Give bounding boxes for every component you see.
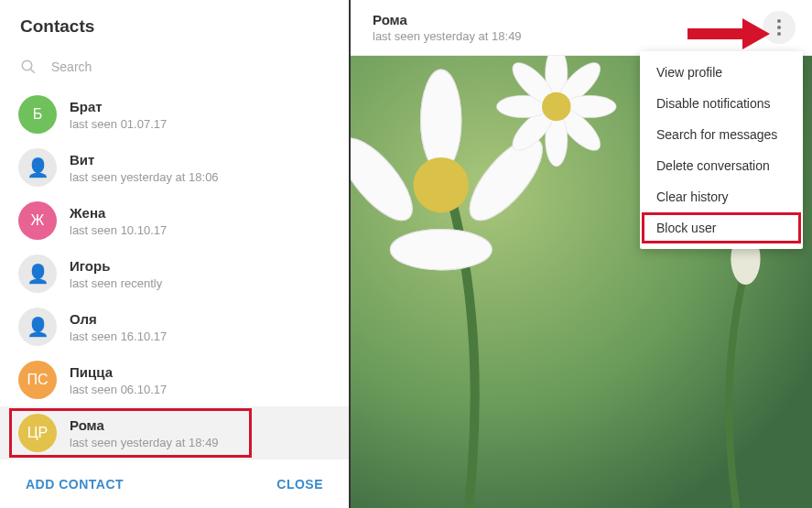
menu-item[interactable]: Disable notifications: [640, 88, 803, 119]
contact-name: Рома: [70, 417, 219, 434]
svg-point-2: [777, 19, 781, 23]
contact-status: last seen 10.10.17: [70, 223, 167, 237]
avatar: 👤: [18, 148, 57, 187]
avatar: ЦР: [18, 414, 57, 452]
search-input[interactable]: [51, 59, 329, 74]
search-row[interactable]: [0, 51, 349, 88]
contact-item[interactable]: 👤Оляlast seen 16.10.17: [0, 300, 349, 353]
add-contact-button[interactable]: ADD CONTACT: [26, 477, 124, 492]
search-icon: [20, 59, 37, 75]
svg-point-12: [390, 230, 492, 270]
contact-item[interactable]: 👤Игорьlast seen recently: [0, 247, 349, 300]
svg-point-4: [777, 32, 781, 36]
menu-item[interactable]: Search for messages: [640, 119, 803, 150]
svg-point-10: [421, 70, 461, 171]
menu-item[interactable]: View profile: [640, 57, 803, 88]
avatar: ПС: [18, 361, 57, 399]
svg-marker-26: [742, 18, 770, 49]
svg-point-3: [777, 26, 781, 29]
contacts-title: Contacts: [0, 0, 349, 51]
annotation-arrow: [687, 18, 770, 49]
contact-item[interactable]: ЦРРомаlast seen yesterday at 18:49: [0, 406, 349, 459]
bottom-bar: ADD CONTACT CLOSE: [0, 460, 349, 508]
contact-status: last seen yesterday at 18:49: [70, 436, 219, 449]
more-vertical-icon: [777, 19, 781, 36]
contact-name: Оля: [70, 311, 167, 328]
contact-status: last seen 01.07.17: [70, 117, 167, 131]
contact-name: Жена: [70, 205, 167, 222]
menu-item[interactable]: Delete conversation: [640, 150, 803, 181]
svg-line-1: [30, 69, 35, 73]
contact-status: last seen recently: [70, 276, 162, 290]
avatar: Ж: [18, 201, 57, 240]
avatar: 👤: [18, 308, 57, 346]
menu-item[interactable]: Clear history: [640, 181, 803, 212]
contact-list: ББратlast seen 01.07.17👤Витlast seen yes…: [0, 88, 349, 460]
contact-status: last seen 16.10.17: [70, 330, 167, 343]
contacts-panel: Contacts ББратlast seen 01.07.17👤Витlast…: [0, 0, 351, 508]
menu-item[interactable]: Block user: [640, 212, 803, 243]
contact-name: Игорь: [70, 258, 162, 275]
context-menu: View profileDisable notificationsSearch …: [640, 51, 803, 249]
contact-name: Брат: [70, 99, 167, 115]
contact-item[interactable]: 👤Витlast seen yesterday at 18:06: [0, 141, 349, 194]
contact-status: last seen 06.10.17: [70, 383, 167, 396]
contact-name: Пицца: [70, 364, 167, 381]
contact-status: last seen yesterday at 18:06: [70, 170, 219, 184]
svg-rect-25: [687, 28, 742, 39]
avatar: Б: [18, 95, 57, 134]
contact-name: Вит: [70, 152, 219, 168]
svg-point-0: [22, 60, 32, 70]
svg-point-23: [542, 92, 570, 121]
avatar: 👤: [18, 254, 57, 293]
contact-item[interactable]: ПСПиццаlast seen 06.10.17: [0, 353, 349, 406]
contact-item[interactable]: ББратlast seen 01.07.17: [0, 88, 349, 141]
svg-point-14: [414, 157, 469, 212]
chat-status: last seen yesterday at 18:49: [373, 29, 522, 43]
chat-panel: Рома last seen yesterday at 18:49: [351, 0, 812, 508]
contact-item[interactable]: ЖЖенаlast seen 10.10.17: [0, 194, 349, 247]
close-button[interactable]: CLOSE: [276, 477, 323, 492]
chat-title: Рома: [373, 12, 522, 27]
